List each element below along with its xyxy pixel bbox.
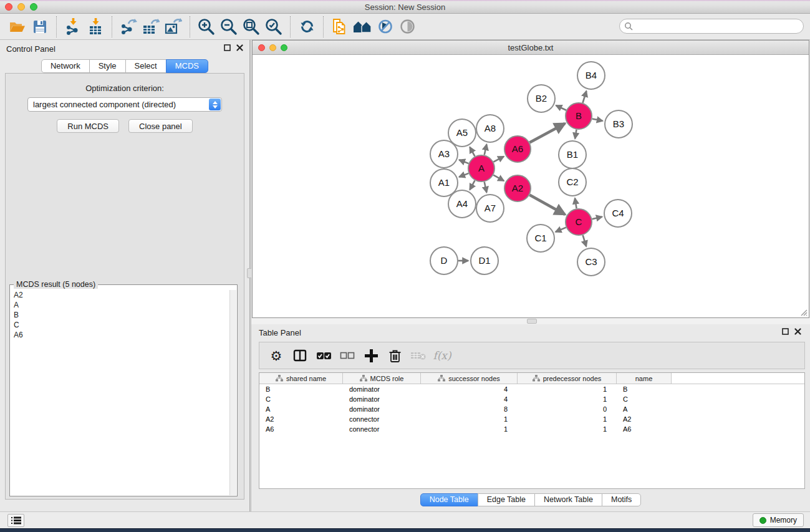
shared-column-icon [276,375,283,382]
svg-text:C4: C4 [612,208,624,218]
memory-label: Memory [770,516,797,525]
export-image-icon[interactable] [162,16,185,38]
deselect-all-icon[interactable] [337,345,358,366]
tab-motifs[interactable]: Motifs [602,493,641,506]
node-table: shared nameMCDS rolesuccessor nodesprede… [259,372,805,489]
svg-text:A5: A5 [456,127,468,138]
add-column-icon[interactable] [360,345,382,366]
tab-network-table[interactable]: Network Table [534,493,602,506]
svg-text:C2: C2 [566,177,578,187]
memory-status-icon [759,517,766,524]
resize-grip-icon[interactable] [799,307,808,316]
toolbar-separator [323,16,324,37]
svg-text:A6: A6 [512,143,523,154]
zoom-out-icon[interactable] [218,16,240,38]
task-history-button[interactable] [7,514,24,527]
network-canvas[interactable]: B4B2BB3A8A5A6A3B1AC2A1A2A4A7C4CC1DD1C3 [253,55,809,317]
clone-network-icon[interactable] [329,16,351,38]
table-cell: 4 [421,384,518,394]
toolbar-separator [190,16,190,37]
import-network-icon[interactable] [62,16,84,38]
table-row[interactable]: Cdominator41C [259,394,804,404]
desktop-strip [0,528,810,532]
table-cell: 1 [518,384,617,394]
table-row[interactable]: A6connector11A6 [259,424,804,434]
table-row[interactable]: Bdominator41B [259,384,804,394]
mcds-result-item[interactable]: C [11,320,229,330]
right-area: testGlobe.txt B4B2BB3A8A5A6A3B1AC2A1A2A4… [251,40,810,511]
delete-table-icon [408,345,429,366]
search-icon [624,22,633,31]
zoom-selected-icon[interactable] [263,16,285,38]
mcds-result-item[interactable]: A [11,300,229,310]
gear-icon[interactable]: ⚙ [266,345,287,366]
mcds-panel: Optimization criterion: largest connecte… [5,73,244,500]
criterion-dropdown[interactable]: largest connected component (directed) [27,97,222,112]
svg-text:A: A [478,163,485,173]
tab-node-table[interactable]: Node Table [420,493,478,506]
export-network-icon[interactable] [117,16,140,38]
table-cell: 0 [518,404,617,414]
delete-column-icon[interactable] [384,345,405,366]
mcds-result-item[interactable]: A6 [11,330,229,340]
mcds-result-item[interactable]: B [11,310,229,320]
zoom-in-icon[interactable] [195,16,218,38]
tab-select[interactable]: Select [125,59,166,73]
close-panel-button[interactable]: Close panel [128,119,193,133]
table-panel: Table Panel ⚙ [251,324,810,511]
table-cell: A6 [617,424,672,434]
import-table-icon[interactable] [84,16,107,38]
save-session-icon[interactable] [29,16,51,38]
search-field-wrap [619,19,804,34]
refresh-icon[interactable] [296,16,318,38]
show-graphics-details-icon[interactable] [374,16,396,38]
memory-button[interactable]: Memory [753,513,804,527]
column-header-name[interactable]: name [617,373,672,384]
horizontal-splitter[interactable] [251,318,810,324]
table-cell: connector [343,414,421,424]
float-panel-icon[interactable] [224,44,231,51]
mcds-result-list: A2ABCA6 [11,290,229,495]
eye-icon[interactable] [396,16,418,38]
svg-text:C3: C3 [585,256,597,267]
mcds-result-item[interactable]: A2 [11,290,229,300]
search-input[interactable] [619,19,804,34]
home-layout-icon[interactable] [351,16,374,38]
mcds-result-title: MCDS result (5 nodes) [14,280,98,289]
zoom-fit-icon[interactable] [240,16,263,38]
table-row[interactable]: A2connector11A2 [259,414,804,424]
fx-icon: f(x) [432,345,453,366]
table-row[interactable]: Adominator80A [259,404,804,414]
svg-text:A4: A4 [456,198,468,209]
toolbar-separator [112,16,112,37]
mcds-result-box: MCDS result (5 nodes) A2ABCA6 [9,284,238,496]
table-cell: C [259,394,343,404]
column-header-predecessor-nodes[interactable]: predecessor nodes [518,373,617,384]
select-all-icon[interactable] [313,345,334,366]
split-panel-icon[interactable] [289,345,311,366]
svg-text:B3: B3 [613,118,624,129]
run-mcds-button[interactable]: Run MCDS [57,119,119,133]
network-window-titlebar[interactable]: testGlobe.txt [253,41,809,55]
svg-text:D: D [441,255,448,266]
tab-style[interactable]: Style [89,59,126,73]
open-file-icon[interactable] [6,16,29,38]
column-header-successor-nodes[interactable]: successor nodes [421,373,518,384]
svg-text:A3: A3 [438,148,450,159]
export-table-icon[interactable] [140,16,162,38]
tab-network[interactable]: Network [41,59,90,73]
mcds-result-scrollbar[interactable] [229,290,236,495]
table-cell: 1 [518,414,617,424]
control-panel-title: Control Panel [6,44,55,54]
tab-edge-table[interactable]: Edge Table [478,493,535,506]
column-header-shared-name[interactable]: shared name [259,373,343,384]
table-cell: 1 [421,424,518,434]
tab-mcds[interactable]: MCDS [166,59,208,73]
horizontal-splitter-handle[interactable] [527,319,537,324]
shared-column-icon [360,375,367,382]
table-header-row: shared nameMCDS rolesuccessor nodesprede… [259,373,804,384]
close-table-panel-icon[interactable] [794,328,801,335]
close-panel-icon[interactable] [236,44,243,51]
float-table-panel-icon[interactable] [782,328,789,335]
column-header-MCDS-role[interactable]: MCDS role [343,373,421,384]
